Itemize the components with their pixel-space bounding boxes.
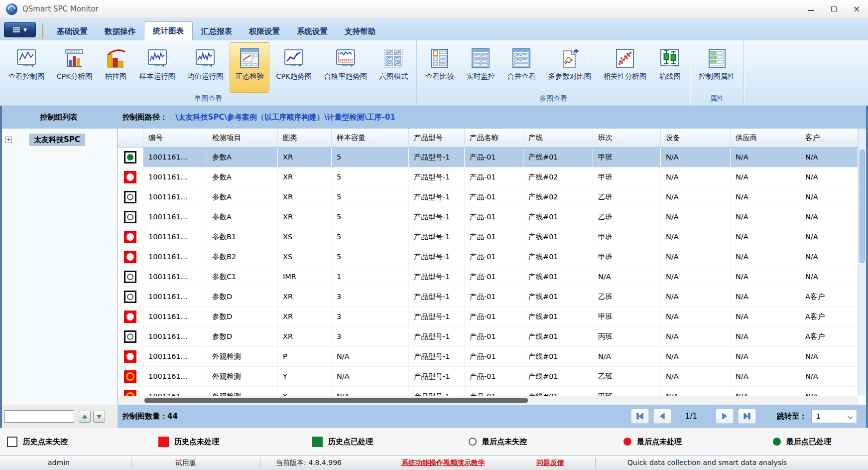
window-border-left — [0, 106, 2, 428]
column-header-4[interactable]: 样本容量 — [332, 129, 409, 147]
table-row[interactable]: 1001161...参数C1IMR1产品型号-1产品-01产线#01N/AN/A… — [118, 267, 858, 287]
column-header-status[interactable] — [118, 129, 143, 147]
table-cell: N/A — [731, 167, 800, 187]
legend-item: 最后点已处理 — [773, 428, 831, 455]
correlation-button[interactable]: 相关性分析图 — [598, 42, 652, 93]
table-row[interactable]: 1001161...参数DXR3产品型号-1产品-01产线#01乙班N/AN/A… — [118, 287, 858, 307]
table-row[interactable]: 1001161...外观检测YN/A产品型号-1产品-01产线#01乙班N/AN… — [118, 367, 858, 387]
status-cell — [118, 327, 143, 346]
table-row[interactable]: 1001161...外观检测YN/A产品型号-1产品-01产线#01甲班N/AN… — [118, 387, 858, 396]
pass-rate-trend-button[interactable]: 合格率趋势图 — [318, 42, 372, 93]
tab-data-operations[interactable]: 数据操作 — [96, 22, 144, 40]
last-page-button[interactable] — [738, 409, 756, 424]
column-header-10[interactable]: 供应商 — [731, 129, 800, 147]
multi-param-compare-button[interactable]: 多参数对比图 — [542, 42, 597, 93]
column-header-9[interactable]: 设备 — [661, 129, 731, 147]
realtime-monitor-button[interactable]: 实时监控 — [461, 42, 500, 93]
six-chart-mode-button[interactable]: 六图模式 — [373, 42, 413, 93]
table-cell: 产品-01 — [465, 367, 523, 386]
table-row[interactable]: 1001161...参数DXR3产品型号-1产品-01产线#01丙班N/AN/A… — [118, 327, 858, 347]
table-row[interactable]: 1001161...参数DXR3产品型号-1产品-01产线#01甲班N/AN/A… — [118, 307, 858, 327]
maximize-button[interactable] — [822, 0, 845, 18]
table-cell: 产线#01 — [523, 227, 593, 247]
table-cell: XS — [278, 247, 332, 267]
prev-page-button[interactable] — [653, 409, 671, 424]
jump-to-page-dropdown[interactable]: 1 — [811, 410, 857, 423]
ribbon-group-label: 单图查看 — [1, 93, 415, 105]
control-group-list-title: 控制组列表 — [0, 113, 118, 122]
boxplot-button[interactable]: 箱线图 — [653, 42, 687, 93]
table-cell: 参数D — [207, 307, 278, 326]
table-cell: 产线#01 — [523, 387, 593, 396]
ribbon-button-label: 实时监控 — [466, 72, 495, 81]
table-cell: 产线#01 — [523, 307, 593, 326]
tab-statistical-charts[interactable]: 统计图表 — [144, 21, 193, 40]
legend-item: 历史点未失控 — [7, 428, 68, 455]
cpk-analysis-button[interactable]: CPK分析图 — [51, 42, 98, 93]
correlation-icon — [614, 45, 636, 71]
tab-system-settings[interactable]: 系统设置 — [288, 22, 336, 40]
boxplot-icon — [658, 45, 681, 71]
prev-page-icon — [657, 411, 667, 421]
column-header-1[interactable]: 编号 — [143, 129, 207, 147]
video-tutorial-link[interactable]: 系统功能操作视频演示教学 — [369, 456, 518, 470]
feedback-link[interactable]: 问题反馈 — [518, 456, 583, 470]
close-button[interactable]: × — [845, 0, 868, 18]
table-row[interactable]: 1001161...参数AXR5产品型号-1产品-01产线#01乙班N/AN/A… — [118, 207, 858, 227]
table-cell: N/A — [661, 327, 731, 346]
status-icon — [124, 350, 136, 363]
table-cell: 参数D — [207, 327, 278, 346]
next-page-button[interactable] — [716, 409, 734, 424]
tab-support-help[interactable]: 支持帮助 — [336, 22, 384, 40]
table-cell: 外观检测 — [207, 367, 278, 386]
tab-summary-reports[interactable]: 汇总报表 — [193, 22, 241, 40]
column-header-11[interactable]: 客户 — [800, 129, 858, 147]
pareto-button[interactable]: 柏拉图 — [99, 42, 132, 93]
column-header-7[interactable]: 产线 — [523, 129, 593, 147]
status-icon — [124, 151, 136, 163]
table-row[interactable]: 1001161...外观检测PN/A产品型号-1产品-01产线#01N/AN/A… — [118, 347, 858, 367]
normality-test-button[interactable]: 正态检验 — [230, 42, 269, 93]
status-cell — [118, 387, 143, 396]
ribbon-button-label: 正态检验 — [235, 72, 264, 81]
move-up-button[interactable] — [79, 411, 91, 423]
column-header-3[interactable]: 图类 — [278, 129, 332, 147]
tab-permission-settings[interactable]: 权限设置 — [241, 22, 288, 40]
first-page-button[interactable] — [631, 409, 649, 424]
tab-basic-settings[interactable]: 基础设置 — [48, 22, 96, 40]
table-cell: 产品-01 — [465, 347, 523, 366]
table-row[interactable]: 1001161...参数B1XS5产品型号-1产品-01产线#01甲班N/AN/… — [118, 227, 858, 247]
status-icon — [124, 271, 136, 283]
chart-properties-button[interactable]: 控制图属性 — [693, 42, 741, 93]
table-row[interactable]: 1001161...参数AXR5产品型号-1产品-01产线#02乙班N/AN/A… — [118, 187, 858, 207]
sample-run-button[interactable]: 样本运行图 — [133, 42, 181, 93]
view-control-chart-button[interactable]: 查看控制图 — [3, 42, 50, 93]
status-icon — [124, 311, 136, 323]
tree-root-item[interactable]: 太友科技SPC — [29, 134, 85, 146]
column-header-2[interactable]: 检测项目 — [207, 129, 278, 147]
vertical-scrollbar[interactable] — [858, 129, 866, 396]
column-header-8[interactable]: 班次 — [593, 129, 661, 147]
app-menu-button[interactable]: ▼ — [4, 22, 36, 37]
pager: 1/1 跳转至： 1 — [626, 409, 857, 424]
column-header-5[interactable]: 产品型号 — [409, 129, 465, 147]
table-row[interactable]: 1001161...参数B2XS5产品型号-1产品-01产线#01甲班N/AN/… — [118, 247, 858, 267]
table-row[interactable]: 1001161...参数AXR5产品型号-1产品-01产线#02甲班N/AN/A… — [118, 167, 858, 187]
tab-bar-divider — [42, 23, 43, 38]
table-row[interactable]: 1001161...参数AXR5产品型号-1产品-01产线#01甲班N/AN/A… — [118, 148, 858, 167]
move-down-button[interactable] — [93, 411, 105, 423]
mean-run-button[interactable]: 均值运行图 — [182, 42, 229, 93]
merge-view-button[interactable]: 合并查看 — [501, 42, 541, 93]
maximize-icon — [831, 6, 837, 11]
horizontal-scrollbar-thumb[interactable] — [144, 398, 528, 403]
table-cell: 3 — [332, 307, 409, 326]
cpk-trend-button[interactable]: CPK趋势图 — [270, 42, 317, 93]
minimize-button[interactable] — [799, 0, 822, 18]
column-header-6[interactable]: 产品名称 — [465, 129, 523, 147]
group-filter-input[interactable] — [4, 410, 74, 423]
chart-path-value: \太友科技SPC\参考案例（以工序顺序构建）\计量型检测\工序-01 — [175, 113, 395, 122]
tree-expander-icon[interactable]: + — [5, 137, 12, 143]
horizontal-scrollbar[interactable] — [118, 396, 858, 405]
vertical-scrollbar-thumb[interactable] — [860, 150, 865, 263]
view-compare-button[interactable]: 查看比较 — [420, 42, 460, 93]
